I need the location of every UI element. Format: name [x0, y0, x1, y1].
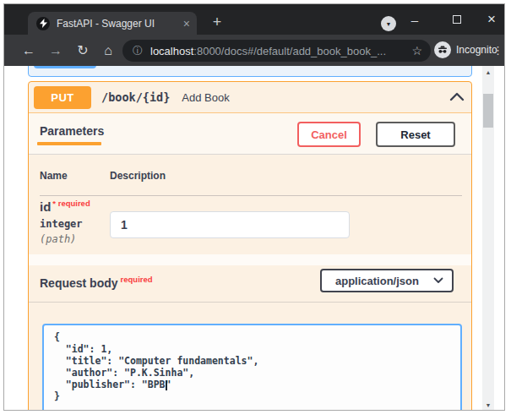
incognito-badge: Incognito	[434, 41, 497, 58]
collapse-chevron-icon[interactable]	[449, 90, 465, 105]
content-type-value: application/json	[335, 275, 433, 287]
fastapi-favicon-icon	[36, 17, 50, 30]
chevron-down-icon: ▼	[386, 21, 392, 27]
tab-title: FastAPI - Swagger UI	[57, 18, 178, 30]
scroll-up-arrow-icon[interactable]: ▲	[482, 66, 494, 79]
browser-menu-button[interactable]: ⋮	[492, 35, 503, 66]
chevron-down-icon	[433, 277, 443, 284]
window-close-button[interactable]: ×	[482, 4, 501, 35]
put-endpoint-block: PUT /book/{id} Add Book Parameters Cance…	[28, 81, 472, 411]
parameter-name: id* required	[40, 199, 90, 214]
incognito-icon	[434, 41, 451, 58]
parameters-title: Parameters	[40, 124, 104, 138]
parameter-location: (path)	[40, 233, 76, 245]
maximize-icon	[453, 15, 461, 24]
home-button[interactable]: ⌂	[99, 35, 117, 66]
request-body-json[interactable]: { "id": 1, "title": "Computer fundamenta…	[54, 331, 460, 402]
request-body-title: Request bodyrequired	[40, 275, 153, 290]
window-maximize-button[interactable]	[448, 4, 465, 35]
address-bar[interactable]: ⓘ localhost:8000/docs#/default/add_book_…	[122, 40, 431, 62]
screenshot: FastAPI - Swagger UI × + ▼ – × ← → ↻ ⌂ ⓘ…	[0, 0, 511, 420]
endpoint-path: /book/{id}	[101, 90, 170, 104]
page-scrollbar[interactable]: ▲ ▼	[482, 66, 494, 411]
text-cursor	[166, 380, 167, 390]
scrollbar-thumb[interactable]	[483, 94, 493, 128]
tab-search-button[interactable]: ▼	[381, 16, 396, 31]
new-tab-button[interactable]: +	[207, 13, 227, 33]
active-tab-underline	[37, 142, 101, 145]
required-note: * required	[52, 199, 90, 208]
column-header-name: Name	[40, 170, 68, 182]
put-method-button: PUT	[34, 86, 91, 109]
required-note: required	[121, 275, 153, 284]
endpoint-header[interactable]: PUT /book/{id} Add Book	[29, 82, 471, 113]
browser-toolbar: ← → ↻ ⌂ ⓘ localhost:8000/docs#/default/a…	[4, 35, 504, 66]
parameter-id-input[interactable]	[110, 211, 350, 238]
section-gap	[29, 254, 471, 265]
page-content: PUT /book/{id} Add Book Parameters Cance…	[4, 66, 504, 411]
cancel-button[interactable]: Cancel	[297, 122, 361, 147]
request-body-editor[interactable]: { "id": 1, "title": "Computer fundamenta…	[42, 324, 462, 411]
column-header-description: Description	[110, 170, 166, 182]
window-minimize-button[interactable]: –	[406, 4, 423, 35]
request-body-section-header: Request bodyrequired application/json	[29, 265, 471, 303]
url-text[interactable]: localhost:8000/docs#/default/add_book_bo…	[150, 45, 406, 57]
parameters-section-header: Parameters Cancel Reset	[29, 113, 471, 155]
browser-tab[interactable]: FastAPI - Swagger UI ×	[28, 12, 197, 35]
page-info-icon[interactable]: ⓘ	[133, 44, 143, 58]
parameters-table: Name Description id* required integer (p…	[29, 155, 471, 254]
content-type-select[interactable]: application/json	[320, 269, 454, 292]
browser-titlebar: FastAPI - Swagger UI × + ▼ – ×	[4, 4, 504, 35]
endpoint-summary: Add Book	[182, 91, 229, 104]
scroll-down-arrow-icon[interactable]: ▼	[482, 399, 494, 411]
parameter-type: integer	[40, 218, 83, 230]
reload-button[interactable]: ↻	[73, 35, 92, 66]
browser-window: FastAPI - Swagger UI × + ▼ – × ← → ↻ ⌂ ⓘ…	[3, 3, 505, 411]
bookmark-star-icon[interactable]: ☆	[411, 44, 422, 57]
forward-button[interactable]: →	[46, 35, 65, 66]
incognito-label: Incognito	[456, 44, 497, 56]
tab-close-icon[interactable]: ×	[183, 18, 190, 30]
reset-button[interactable]: Reset	[376, 122, 455, 147]
previous-endpoint-block[interactable]	[28, 66, 472, 77]
back-button[interactable]: ←	[19, 35, 38, 66]
table-header-divider	[40, 195, 462, 196]
get-method-button	[34, 66, 96, 68]
request-body-area: { "id": 1, "title": "Computer fundamenta…	[29, 303, 471, 411]
